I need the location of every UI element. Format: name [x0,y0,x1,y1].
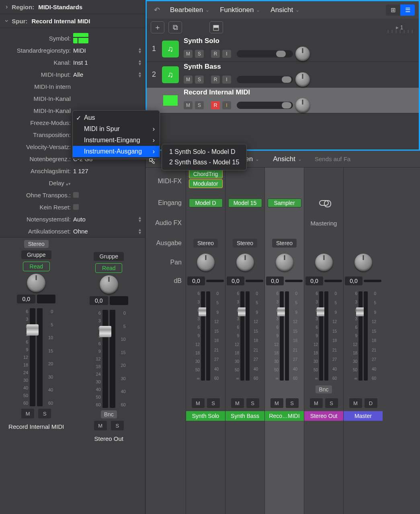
menu-ansicht[interactable]: Ansicht⌄ [270,154,305,165]
strip-name[interactable]: Synth Bass [225,411,264,421]
track-icon[interactable]: ♫ [162,41,179,57]
gruppe-button[interactable]: Gruppe [21,250,51,259]
menu-item-instrument-eingang[interactable]: Instrument-Eingang› [73,135,160,146]
record-button[interactable]: R [211,101,220,109]
output-button[interactable]: Stereo [193,239,218,248]
track-icon[interactable] [162,92,179,109]
strip-name[interactable]: Master [344,411,383,421]
mute-button[interactable]: M [349,398,362,408]
grid-view-icon[interactable]: ⊞ [386,4,400,16]
strip-name[interactable]: Reco…MIDI [265,411,304,421]
menu-item-aus[interactable]: Aus [73,112,160,123]
stereo-icon[interactable] [319,200,329,206]
ruler[interactable]: ▸ 1 [227,24,415,31]
fader[interactable] [201,291,205,381]
submenu-item-1[interactable]: 1 Synth Solo - Model D [166,147,242,157]
pan-knob[interactable] [100,275,118,294]
strip-name[interactable]: Stereo Out [304,411,343,421]
ohne-transpos-checkbox[interactable] [73,192,79,198]
mute-button[interactable]: M [192,398,205,408]
mute-button[interactable]: M [184,76,193,84]
pan-knob[interactable] [276,254,293,271]
fader[interactable] [30,308,35,406]
db-value[interactable]: 0,0 [305,276,323,285]
track-icon[interactable]: ♫ [162,66,179,83]
pan-knob[interactable] [354,254,372,271]
solo-button[interactable]: S [111,421,124,430]
solo-button[interactable]: S [195,76,204,84]
back-icon[interactable]: ↶ [151,5,163,15]
delay-label[interactable]: Delay ▴▾ [0,180,73,186]
list-view-icon[interactable]: ☰ [400,4,415,16]
strip-name[interactable]: Synth Solo [186,411,225,421]
gruppe-button[interactable]: Gruppe [94,252,124,261]
bounce-button[interactable]: Bnc [316,385,332,393]
volume-slider[interactable] [237,50,293,57]
standardregionstyp-value[interactable]: MIDI▴▾ [73,47,145,54]
anschlagslimit-value[interactable]: 1 127 [73,168,145,174]
solo-button[interactable]: S [246,398,259,408]
submenu-item-2[interactable]: 2 Synth Bass - Model 15 [166,157,242,168]
kein-reset-checkbox[interactable] [73,204,79,210]
input-monitor-button[interactable]: I [222,76,231,84]
track-row[interactable]: 2♫Synth BassMSRI [147,62,419,88]
db-value[interactable]: 0,0 [17,295,35,303]
solo-button[interactable]: S [38,409,51,418]
midifx-plugin[interactable]: Modulator [189,179,223,188]
pan-knob[interactable] [295,98,310,113]
pan-knob[interactable] [27,274,45,292]
output-button[interactable]: Stereo [272,239,297,248]
artikulationsset-value[interactable]: Ohne▴▾ [73,228,145,235]
mute-button[interactable]: M [21,409,34,418]
menu-bearbeiten[interactable]: Bearbeiten⌄ [167,4,213,16]
output-button[interactable]: Stereo [233,239,257,248]
menu-funktionen[interactable]: Funktionen⌄ [217,4,263,16]
catch-playhead-button[interactable]: ⬒ [209,21,223,33]
db-value[interactable]: 0,0 [227,276,244,285]
mute-button[interactable]: M [231,398,244,408]
volume-slider[interactable] [237,102,293,109]
bounce-button[interactable]: Bnc [101,410,117,418]
midifx-plugin[interactable]: ChordTrig [189,170,223,178]
db-value[interactable]: 0,0 [90,296,108,305]
pan-knob[interactable] [236,254,254,271]
solo-button[interactable]: S [207,398,220,408]
menu-item-instrument-ausgang[interactable]: Instrument-Ausgang› [73,146,160,157]
solo-button[interactable]: S [195,101,204,109]
fader[interactable] [240,291,244,381]
fader[interactable] [319,291,323,381]
solo-button[interactable]: S [286,398,299,408]
solo-button[interactable]: D [365,398,377,408]
read-button[interactable]: Read [95,263,122,273]
fader[interactable] [359,291,363,381]
input-monitor-button[interactable]: I [222,50,231,58]
add-track-button[interactable]: ＋ [151,21,164,33]
notensystemstil-value[interactable]: Auto▴▾ [73,216,145,223]
pan-knob[interactable] [295,47,310,61]
input-monitor-button[interactable]: I [222,101,231,109]
fader[interactable] [102,310,108,408]
db-value[interactable]: 0,0 [187,276,205,285]
volume-slider[interactable] [237,76,293,83]
midi-symbol-icon[interactable] [73,33,88,43]
region-header[interactable]: › Region: MIDI-Standards [0,0,145,14]
instrument-slot[interactable]: Sampler [268,199,301,207]
pan-knob[interactable] [295,72,310,87]
kanal-value[interactable]: Inst 1▴▾ [73,59,145,66]
instrument-slot[interactable]: Model D [189,199,223,207]
mute-button[interactable]: M [270,398,283,408]
mute-button[interactable]: M [184,50,193,58]
pan-knob[interactable] [315,254,333,271]
menu-item-midi-in-spur[interactable]: MIDI in Spur› [73,123,160,135]
instrument-slot[interactable]: Model 15 [228,199,262,207]
solo-button[interactable]: S [195,50,204,58]
duplicate-track-button[interactable]: ⧉ [168,21,182,33]
mute-button[interactable]: M [94,421,107,430]
record-button[interactable]: R [211,76,220,84]
db-value[interactable]: 0,0 [266,276,284,285]
menu-ansicht[interactable]: Ansicht⌄ [267,4,303,16]
solo-button[interactable]: S [325,398,338,408]
spur-header[interactable]: › Spur: Record Internal MIDI [0,14,145,28]
mastering-label[interactable]: Mastering [311,220,337,227]
db-value[interactable]: 0,0 [345,276,363,285]
